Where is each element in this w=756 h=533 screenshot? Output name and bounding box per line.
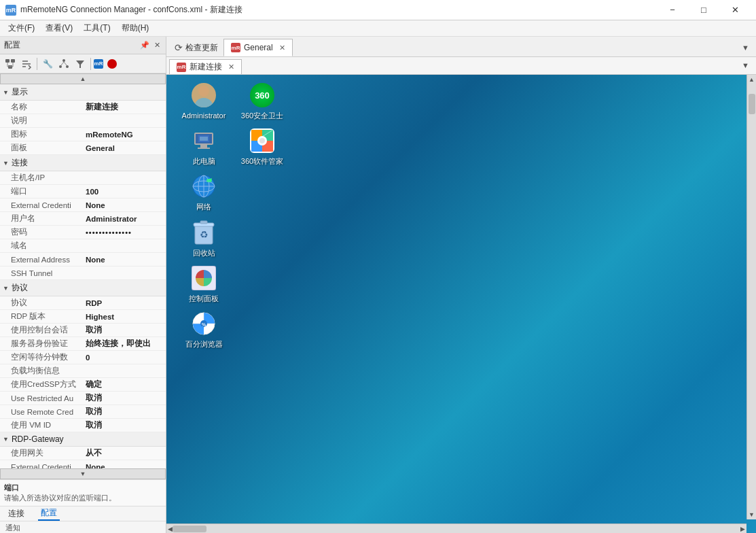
h-scroll-thumb[interactable] bbox=[173, 526, 206, 532]
window-title: mRemoteNG Connection Manager - confCons.… bbox=[20, 4, 242, 16]
props-scroll-up[interactable]: ▲ bbox=[0, 73, 166, 84]
minimize-button[interactable]: − bbox=[657, 0, 688, 20]
scroll-down-arrow[interactable]: ▼ bbox=[747, 510, 756, 519]
properties-area[interactable]: ▼ 显示 名称 新建连接 说明 图标 mRemoteNG 面板 General … bbox=[0, 84, 166, 468]
desktop-scrollbar-bottom[interactable]: ◀ ▶ bbox=[166, 523, 746, 533]
admin-icon-label: Administrator bbox=[182, 111, 226, 120]
svg-rect-29 bbox=[200, 221, 207, 224]
prop-gw-ext-cred-value: None bbox=[86, 463, 163, 469]
desktop-icon-admin[interactable]: Administrator bbox=[180, 82, 228, 120]
prop-idle-label: 空闲等待分钟数 bbox=[11, 352, 86, 362]
360mgr-icon bbox=[250, 128, 274, 153]
section-display[interactable]: ▼ 显示 bbox=[0, 84, 166, 101]
check-update-label: 检查更新 bbox=[185, 42, 218, 54]
refresh-icon: ⟳ bbox=[175, 42, 183, 53]
section-rdp-gateway[interactable]: ▼ RDP-Gateway bbox=[0, 432, 166, 447]
desktop-row-5: % 百分浏览器 bbox=[180, 310, 286, 349]
toolbar-connections-btn[interactable] bbox=[3, 56, 18, 71]
scroll-thumb[interactable] bbox=[749, 94, 755, 114]
ctrlpanel-icon bbox=[192, 266, 216, 290]
menu-help[interactable]: 帮助(H) bbox=[116, 20, 155, 37]
prop-ext-addr-value: None bbox=[86, 256, 163, 264]
section-connection[interactable]: ▼ 连接 bbox=[0, 155, 166, 171]
tab-more-button[interactable]: ▼ bbox=[738, 39, 753, 56]
prop-auth: 服务器身份验证 始终连接，即使出 bbox=[0, 337, 166, 351]
prop-vmid-value: 取消 bbox=[86, 420, 163, 430]
title-bar: mR mRemoteNG Connection Manager - confCo… bbox=[0, 0, 756, 20]
prop-icon-value: mRemoteNG bbox=[86, 131, 163, 139]
panel-pin-button[interactable]: 📌 bbox=[140, 41, 149, 50]
desktop-icon-pc[interactable]: 此电脑 bbox=[180, 127, 228, 166]
prop-ext-addr: External Address None bbox=[0, 253, 166, 266]
desktop-icon-recycle[interactable]: ♻ 回收站 bbox=[180, 219, 228, 258]
scroll-right-arrow[interactable]: ▶ bbox=[740, 526, 745, 532]
scroll-up-arrow[interactable]: ▲ bbox=[747, 75, 756, 84]
title-bar-left: mR mRemoteNG Connection Manager - confCo… bbox=[5, 4, 242, 16]
menu-tools[interactable]: 工具(T) bbox=[78, 20, 115, 37]
general-tab[interactable]: mR General ✕ bbox=[223, 39, 293, 56]
title-bar-controls: − □ ✕ bbox=[657, 0, 751, 20]
toolbar-record-btn[interactable] bbox=[105, 56, 120, 71]
new-connection-tab-label: 新建连接 bbox=[190, 61, 222, 73]
svg-marker-15 bbox=[76, 61, 84, 68]
new-connection-tab[interactable]: mR 新建连接 ✕ bbox=[169, 59, 242, 74]
status-connect[interactable]: 连接 bbox=[5, 507, 27, 520]
prop-desc-label: 说明 bbox=[11, 116, 86, 126]
panel-close-button[interactable]: ✕ bbox=[152, 41, 162, 50]
svg-text:%: % bbox=[202, 322, 206, 327]
toolbar-sep-2 bbox=[90, 58, 91, 70]
prop-load-balance: 负载均衡信息 bbox=[0, 364, 166, 378]
main-area: 配置 📌 ✕ bbox=[0, 37, 756, 533]
prop-port-value: 100 bbox=[86, 188, 163, 196]
general-tab-close[interactable]: ✕ bbox=[279, 44, 285, 52]
prop-password: 密码 •••••••••••••• bbox=[0, 226, 166, 239]
status-bar: 连接 配置 bbox=[0, 506, 166, 521]
ctrlpanel-label: 控制面板 bbox=[189, 294, 219, 303]
prop-password-label: 密码 bbox=[11, 227, 86, 237]
svg-rect-0 bbox=[5, 59, 10, 63]
network-img bbox=[190, 173, 217, 200]
maximize-button[interactable]: □ bbox=[688, 0, 719, 20]
prop-auth-label: 服务器身份验证 bbox=[11, 339, 86, 349]
desktop-icon-ctrlpanel[interactable]: 控制面板 bbox=[180, 264, 228, 303]
prop-rdp-ver: RDP 版本 Highest bbox=[0, 310, 166, 324]
desktop-scrollbar-right[interactable]: ▲ ▼ bbox=[746, 75, 756, 519]
browser-label: 百分浏览器 bbox=[185, 340, 223, 349]
new-conn-tab-icon: mR bbox=[177, 63, 186, 72]
toolbar-filter-btn[interactable] bbox=[73, 56, 88, 71]
toolbar-nodes-btn[interactable] bbox=[56, 56, 71, 71]
prop-port: 端口 100 bbox=[0, 185, 166, 199]
panel-controls: 📌 ✕ bbox=[140, 41, 162, 50]
panel-header: 配置 📌 ✕ bbox=[0, 37, 166, 54]
scroll-left-arrow[interactable]: ◀ bbox=[168, 526, 173, 532]
prop-icon-label: 图标 bbox=[11, 129, 86, 139]
toolbar-sort-btn[interactable] bbox=[19, 56, 34, 71]
props-scroll-down[interactable]: ▼ bbox=[0, 468, 166, 479]
prop-name: 名称 新建连接 bbox=[0, 101, 166, 114]
360mgr-label: 360软件管家 bbox=[241, 157, 283, 166]
prop-domain: 域名 bbox=[0, 239, 166, 253]
desktop-icon-360safe[interactable]: 360 360安全卫士 bbox=[238, 82, 286, 120]
notify-bar: 通知 bbox=[0, 521, 166, 533]
prop-use-gateway-label: 使用网关 bbox=[11, 448, 86, 458]
toolbar-wrench-btn[interactable]: 🔧 bbox=[40, 56, 55, 71]
section-protocol[interactable]: ▼ 协议 bbox=[0, 280, 166, 296]
status-config[interactable]: 配置 bbox=[38, 506, 60, 521]
general-tab-icon: mR bbox=[231, 43, 240, 52]
general-tab-label: General bbox=[244, 43, 273, 52]
new-conn-tab-close[interactable]: ✕ bbox=[228, 63, 234, 71]
desktop-icon-360mgr[interactable]: 360软件管家 bbox=[238, 127, 286, 166]
admin-body bbox=[192, 83, 216, 107]
close-button[interactable]: ✕ bbox=[719, 0, 751, 20]
prop-auth-value: 始终连接，即使出 bbox=[86, 339, 163, 349]
prop-gw-ext-cred-label: External Credenti bbox=[11, 463, 86, 469]
desktop-icon-browser[interactable]: % 百分浏览器 bbox=[180, 310, 228, 349]
menu-file[interactable]: 文件(F) bbox=[3, 20, 40, 37]
desktop-icon-network[interactable]: 网络 bbox=[180, 173, 228, 211]
tooltip-label: 端口 bbox=[4, 483, 162, 493]
inner-tab-more[interactable]: ▼ bbox=[738, 56, 753, 74]
panel-title: 配置 bbox=[4, 39, 20, 51]
check-update-tab[interactable]: ⟳ 检查更新 bbox=[169, 39, 223, 56]
menu-view[interactable]: 查看(V) bbox=[40, 20, 78, 37]
prop-rdp-ver-value: Highest bbox=[86, 313, 163, 321]
